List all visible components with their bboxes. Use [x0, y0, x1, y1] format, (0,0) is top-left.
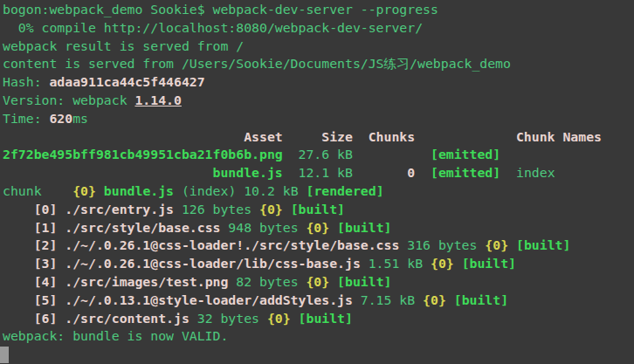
text-segment: [emitted] — [431, 147, 500, 161]
text-segment: 126 bytes — [174, 202, 259, 216]
text-segment: [1] ./src/style/base.css — [34, 220, 221, 235]
text-segment: {0} — [72, 183, 96, 198]
text-segment: [built] — [299, 311, 353, 326]
text-segment: {0} — [306, 274, 329, 289]
shell-prompt-command: bogon:webpack_demo Sookie$ webpack-dev-s… — [3, 1, 634, 19]
text-segment: [built] — [516, 237, 570, 252]
text-segment: {0} — [306, 220, 329, 235]
text-segment: [0] ./src/entry.js — [34, 202, 174, 216]
text-segment: 2f72be495bff981cb49951cba21f0b6b.png — [3, 147, 283, 161]
text-segment — [3, 274, 34, 289]
text-segment — [508, 237, 516, 252]
text-segment — [500, 165, 516, 180]
terminal-cursor — [0, 347, 9, 363]
text-segment: Asset Size Chunks Chunk Names — [3, 129, 602, 144]
text-segment — [329, 274, 337, 289]
text-segment: 32 bytes — [190, 311, 267, 326]
asset-row-bundle: bundle.js 12.1 kB 0 [emitted] index — [3, 164, 634, 182]
text-segment: Hash: — [3, 74, 49, 89]
text-segment: [6] ./src/content.js — [34, 311, 190, 326]
cursor-line — [3, 346, 634, 364]
text-segment — [329, 220, 337, 235]
text-segment: chunk — [3, 183, 72, 198]
text-segment: [3] ./~/.0.26.1@css-loader/lib/css-base.… — [34, 256, 361, 271]
text-segment: webpack: bundle is now VALID. — [3, 328, 228, 343]
text-segment: {0} — [423, 292, 446, 307]
module-row-0: [0] ./src/entry.js 126 bytes {0} [built] — [3, 201, 634, 219]
text-segment — [454, 256, 462, 271]
text-segment: [built] — [337, 220, 391, 235]
text-segment: 7.15 kB — [353, 292, 423, 307]
time-line: Time: 620ms — [3, 110, 634, 128]
text-segment: bundle.js — [213, 165, 283, 180]
text-segment: bundle.js — [104, 183, 174, 198]
bundle-valid-message: webpack: bundle is now VALID. — [3, 327, 634, 346]
text-segment: {0} — [431, 256, 454, 271]
text-segment: 620 — [49, 111, 72, 126]
text-segment: content is served from /Users/Sookie/Doc… — [3, 56, 511, 71]
text-segment — [283, 202, 291, 216]
text-segment: 27.6 kB — [283, 147, 431, 161]
text-segment: webpack result is served from / — [3, 38, 244, 53]
text-segment: 0% compile http://localhost:8080/webpack… — [3, 20, 423, 35]
text-segment — [291, 311, 299, 326]
webpack-result-message: webpack result is served from / — [3, 38, 634, 56]
text-segment: 82 bytes — [228, 274, 306, 289]
module-row-3: [3] ./~/.0.26.1@css-loader/lib/css-base.… — [3, 255, 634, 273]
text-segment: 316 bytes — [399, 237, 485, 252]
text-segment — [3, 292, 34, 307]
text-segment — [446, 292, 454, 307]
text-segment — [415, 165, 431, 180]
content-served-message: content is served from /Users/Sookie/Doc… — [3, 55, 634, 73]
text-segment: {0} — [267, 311, 291, 326]
text-segment — [3, 311, 34, 326]
module-row-1: [1] ./src/style/base.css 948 bytes {0} [… — [3, 219, 634, 237]
text-segment: ms — [72, 111, 88, 126]
text-segment: [built] — [337, 274, 391, 289]
chunk-summary-line: chunk {0} bundle.js (index) 10.2 kB [ren… — [3, 182, 634, 201]
text-segment: adaa911ca44c5f446427 — [49, 74, 204, 89]
text-segment: 1.14.0 — [134, 93, 181, 107]
module-row-6: [6] ./src/content.js 32 bytes {0} [built… — [3, 310, 634, 328]
text-segment: (index) 10.2 kB — [174, 183, 306, 198]
text-segment: {0} — [259, 202, 283, 216]
text-segment: 1.51 kB — [361, 256, 431, 271]
text-segment — [3, 237, 34, 252]
text-segment: [emitted] — [431, 165, 500, 180]
text-segment — [3, 165, 213, 180]
terminal-body[interactable]: bogon:webpack_demo Sookie$ webpack-dev-s… — [0, 0, 634, 364]
text-segment: [4] ./src/images/test.png — [34, 274, 229, 289]
text-segment — [3, 220, 34, 235]
text-segment: 948 bytes — [220, 220, 306, 235]
asset-row-png: 2f72be495bff981cb49951cba21f0b6b.png 27.… — [3, 146, 634, 164]
text-segment: Time: — [3, 111, 49, 126]
text-segment: 12.1 kB — [283, 165, 353, 180]
assets-table-header: Asset Size Chunks Chunk Names — [3, 128, 634, 147]
hash-line: Hash: adaa911ca44c5f446427 — [3, 73, 634, 92]
text-segment: 0 — [353, 165, 415, 180]
module-row-5: [5] ./~/.0.13.1@style-loader/addStyles.j… — [3, 292, 634, 310]
text-segment: [5] ./~/.0.13.1@style-loader/addStyles.j… — [34, 292, 353, 307]
text-segment: [built] — [454, 292, 508, 307]
version-line: Version: webpack 1.14.0 — [3, 92, 634, 110]
text-segment: index — [516, 165, 555, 180]
text-segment: Version: webpack — [3, 93, 134, 107]
text-segment — [3, 256, 34, 271]
text-segment: [built] — [462, 256, 516, 271]
text-segment: bogon:webpack_demo Sookie$ webpack-dev-s… — [3, 2, 438, 17]
text-segment: [rendered] — [306, 183, 383, 198]
module-row-2: [2] ./~/.0.26.1@css-loader!./src/style/b… — [3, 237, 634, 255]
text-segment — [3, 202, 34, 216]
module-row-4: [4] ./src/images/test.png 82 bytes {0} [… — [3, 273, 634, 292]
text-segment: [2] ./~/.0.26.1@css-loader!./src/style/b… — [34, 237, 400, 252]
text-segment: [built] — [291, 202, 345, 216]
compile-progress-line: 0% compile http://localhost:8080/webpack… — [3, 19, 634, 38]
text-segment — [96, 183, 104, 198]
text-segment: {0} — [485, 237, 508, 252]
